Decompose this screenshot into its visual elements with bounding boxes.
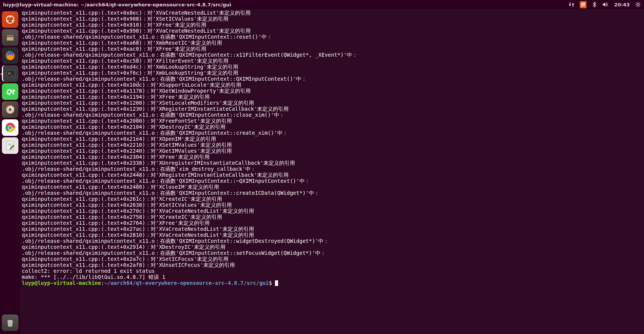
svg-point-2 — [9, 16, 11, 18]
svg-point-13 — [9, 108, 11, 111]
terminal-line: qximinputcontext_x11.cpp:(.text+0x2104)：… — [22, 124, 642, 130]
gear-icon[interactable] — [635, 2, 641, 8]
disc-icon[interactable] — [2, 101, 18, 118]
terminal-line: collect2: error: ld returned 1 exit stat… — [22, 268, 642, 274]
chrome-icon[interactable] — [2, 119, 18, 136]
terminal-line: qximinputcontext_x11.cpp:(.text+0x2914)：… — [22, 244, 642, 250]
terminal-line: .obj/release-shared/qximinputcontext_x11… — [22, 178, 642, 184]
terminal-line: qximinputcontext_x11.cpp:(.text+0x8ec)：对… — [22, 10, 642, 16]
terminal-line: .obj/release-shared/qximinputcontext_x11… — [22, 166, 642, 172]
terminal-prompt[interactable]: luyp@luyp-virtual-machine:~/aarch64/qt-e… — [22, 280, 642, 286]
terminal-line: qximinputcontext_x11.cpp:(.text+0x2638)：… — [22, 202, 642, 208]
svg-line-24 — [11, 322, 12, 326]
firefox-icon[interactable] — [2, 47, 18, 64]
svg-point-21 — [8, 320, 13, 322]
terminal-line: qximinputcontext_x11.cpp:(.text+0x998)：对… — [22, 28, 642, 34]
terminal-line: qximinputcontext_x11.cpp:(.text+0x2810)：… — [22, 232, 642, 238]
terminal-line: qximinputcontext_x11.cpp:(.text+0x270c)：… — [22, 208, 642, 214]
terminal-line: .obj/release-shared/qximinputcontext_x11… — [22, 112, 642, 118]
terminal-line: qximinputcontext_x11.cpp:(.text+0x21e4)：… — [22, 136, 642, 142]
prompt-path: ~/aarch64/qt-everywhere-opensource-src-4… — [104, 280, 269, 286]
svg-rect-5 — [7, 35, 14, 36]
svg-line-22 — [9, 322, 9, 326]
prompt-userhost: luyp@luyp-virtual-machine — [22, 280, 101, 286]
terminal-line: .obj/release-shared/qximinputcontext_x11… — [22, 250, 642, 256]
terminal-line: qximinputcontext_x11.cpp:(.text+0x1200)：… — [22, 100, 642, 106]
terminal-line: .obj/release-shared/qximinputcontext_x11… — [22, 52, 642, 58]
terminal-line: qximinputcontext_x11.cpp:(.text+0x2210)：… — [22, 142, 642, 148]
terminal-line: .obj/release-shared/qximinputcontext_x11… — [22, 190, 642, 196]
window-title: luyp@luyp-virtual-machine: ~/aarch64/qt-… — [3, 2, 231, 8]
prompt-sep: : — [101, 280, 104, 286]
terminal-line: qximinputcontext_x11.cpp:(.text+0x10dc)：… — [22, 82, 642, 88]
terminal-line: qximinputcontext_x11.cpp:(.text+0x2a7c)：… — [22, 256, 642, 262]
bluetooth-icon[interactable] — [592, 2, 597, 8]
clock[interactable]: 20:43 — [614, 2, 630, 8]
terminal-line: .obj/release-shared/qximinputcontext_x11… — [22, 34, 642, 40]
terminal-line: .obj/release-shared/qximinputcontext_x11… — [22, 238, 642, 244]
terminal-line: .obj/release-shared/qximinputcontext_x11… — [22, 130, 642, 136]
language-indicator[interactable]: 拼 — [580, 1, 587, 8]
terminal-line: qximinputcontext_x11.cpp:(.text+0x2240)：… — [22, 148, 642, 154]
system-tray: 拼 20:43 — [568, 1, 641, 8]
terminal-icon[interactable]: >_ — [2, 65, 18, 82]
terminal-line: qximinputcontext_x11.cpp:(.text+0x2448)：… — [22, 172, 642, 178]
terminal-line: .obj/release-shared/qximinputcontext_x11… — [22, 76, 642, 82]
terminal-line: qximinputcontext_x11.cpp:(.text+0xf6c)：对… — [22, 70, 642, 76]
terminal-window[interactable]: qximinputcontext_x11.cpp:(.text+0x8ec)：对… — [20, 9, 644, 334]
terminal-line: qximinputcontext_x11.cpp:(.text+0xc58)：对… — [22, 58, 642, 64]
terminal-line: qximinputcontext_x11.cpp:(.text+0x2080)：… — [22, 118, 642, 124]
terminal-line: qximinputcontext_x11.cpp:(.text+0x1230)：… — [22, 106, 642, 112]
launcher-bar: >_ Qt — [0, 9, 20, 334]
terminal-line: qximinputcontext_x11.cpp:(.text+0x2304)：… — [22, 154, 642, 160]
volume-icon[interactable] — [602, 2, 609, 8]
terminal-line: qximinputcontext_x11.cpp:(.text+0xa68)：对… — [22, 40, 642, 46]
terminal-line: qximinputcontext_x11.cpp:(.text+0xac0)：对… — [22, 46, 642, 52]
terminal-line: qximinputcontext_x11.cpp:(.text+0x2764)：… — [22, 220, 642, 226]
svg-point-0 — [637, 3, 639, 6]
terminal-line: qximinputcontext_x11.cpp:(.text+0x2af8)：… — [22, 262, 642, 268]
text-editor-icon[interactable] — [2, 137, 18, 154]
terminal-output: qximinputcontext_x11.cpp:(.text+0x8ec)：对… — [20, 9, 644, 287]
terminal-line: qximinputcontext_x11.cpp:(.text+0x2758)：… — [22, 214, 642, 220]
terminal-line: qximinputcontext_x11.cpp:(.text+0x2338)：… — [22, 160, 642, 166]
terminal-line: qximinputcontext_x11.cpp:(.text+0x910)：对… — [22, 22, 642, 28]
svg-point-4 — [7, 20, 9, 21]
terminal-line: make: *** [../../lib/libQtGui.so.4.8.7] … — [22, 274, 642, 280]
prompt-dollar: $ — [269, 280, 275, 286]
terminal-line: qximinputcontext_x11.cpp:(.text+0x2480)：… — [22, 184, 642, 190]
terminal-line: qximinputcontext_x11.cpp:(.text+0x1194)：… — [22, 94, 642, 100]
terminal-line: qximinputcontext_x11.cpp:(.text+0x27ac)：… — [22, 226, 642, 232]
trash-icon[interactable] — [2, 314, 18, 331]
qt-label: Qt — [6, 88, 15, 96]
terminal-line: qximinputcontext_x11.cpp:(.text+0xd4c)：对… — [22, 64, 642, 70]
dash-icon[interactable] — [2, 11, 18, 28]
terminal-line: qximinputcontext_x11.cpp:(.text+0x908)：对… — [22, 16, 642, 22]
title-text: luyp@luyp-virtual-machine: ~/aarch64/qt-… — [3, 2, 231, 8]
cursor — [275, 280, 278, 286]
file-manager-icon[interactable] — [2, 29, 18, 46]
terminal-line: qximinputcontext_x11.cpp:(.text+0x1178)：… — [22, 88, 642, 94]
network-icon[interactable] — [568, 2, 574, 8]
svg-text:>_: >_ — [8, 71, 13, 76]
svg-point-3 — [12, 20, 13, 21]
qt-creator-icon[interactable]: Qt — [2, 83, 18, 100]
terminal-line: qximinputcontext_x11.cpp:(.text+0x261c)：… — [22, 196, 642, 202]
top-menubar: luyp@luyp-virtual-machine: ~/aarch64/qt-… — [0, 0, 644, 9]
svg-rect-7 — [7, 37, 14, 38]
